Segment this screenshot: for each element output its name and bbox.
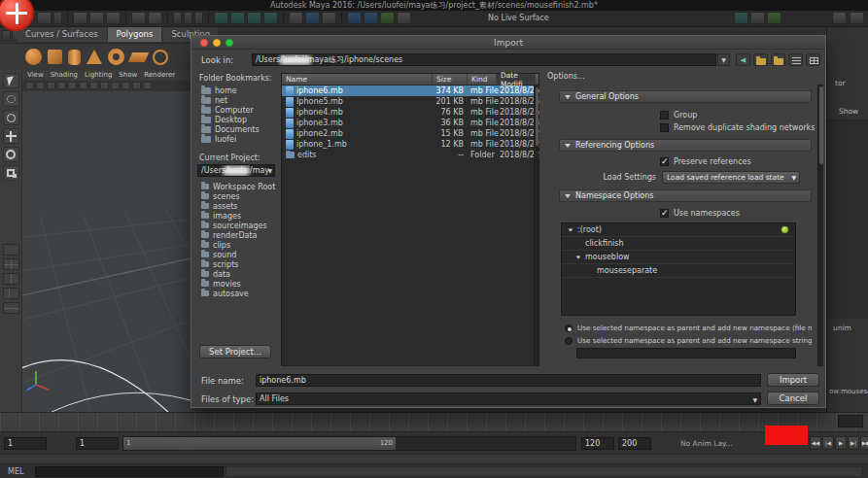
show-menu-fragment[interactable]: Show [839,107,858,116]
file-row-iphone4[interactable]: iphone4.mb 76 KB mb File 2018/8/25 [282,107,538,118]
referencing-options-section[interactable]: Referencing Options [559,139,812,152]
poly-cube-icon[interactable] [48,50,62,64]
list-view-icon[interactable] [788,53,803,66]
open-scene-icon[interactable] [89,12,104,24]
options-scrollbar[interactable] [817,85,823,366]
workspace-icon[interactable] [832,12,847,24]
bookmark-desktop[interactable]: Desktop [201,115,260,124]
scale-tool-icon[interactable] [3,165,19,181]
make-live-icon[interactable] [289,12,303,24]
snap-curve-icon[interactable] [230,12,245,24]
remove-duplicate-shading-checkbox[interactable] [660,123,669,132]
up-one-level-icon[interactable] [753,53,768,66]
shelf-menu-icon[interactable] [2,30,11,41]
details-view-icon[interactable] [806,53,820,66]
files-of-type-dropdown[interactable]: All Files ▼ [256,393,761,405]
namespace-root-row[interactable]: :(root) [562,223,795,237]
project-folder-clips[interactable]: clips [201,240,275,250]
bookmark-computer[interactable]: Computer [201,105,260,115]
namespace-from-file-radio[interactable] [565,324,573,332]
project-folder-sound[interactable]: sound [201,250,275,259]
paint-select-tool-icon[interactable] [3,110,19,125]
bookmark-documents[interactable]: Documents [201,124,260,134]
snap-point-icon[interactable] [247,12,261,24]
bookmark-luofei[interactable]: luofei [201,134,260,144]
lasso-tool-icon[interactable] [3,91,19,107]
step-back-button[interactable]: |◀ [822,436,834,450]
dialog-titlebar[interactable]: Import [191,36,825,50]
namespace-string-radio[interactable] [565,337,573,345]
minimize-button[interactable] [213,39,221,47]
no-live-surface-label[interactable]: No Live Surface [488,14,549,22]
snap-grid-icon[interactable] [214,12,228,24]
project-folder-workspace-root[interactable]: Workspace Root [201,182,275,191]
image-plane-icon[interactable] [47,82,55,89]
set-project-button[interactable]: Set Project... [199,345,271,358]
file-row-iphone1[interactable]: iphone_1.mb 12 KB mb File 2018/8/22 [282,139,538,150]
camera-icon[interactable] [25,82,34,89]
xgen-icon[interactable] [750,12,765,24]
bookmark-icon[interactable] [36,82,45,89]
editor-tab-fragment[interactable]: tor [835,79,846,87]
safe-action-icon[interactable] [111,82,120,89]
perspective-viewport[interactable]: View Shading Lighting Show Renderer [22,70,191,412]
shaded-icon[interactable] [143,82,152,89]
paint-effects-icon[interactable] [767,12,781,24]
shelf-tab-curves-surfaces[interactable]: Curves / Surfaces [17,27,108,42]
layout-single-pane-button[interactable] [3,244,19,256]
project-folder-sourceimages[interactable]: sourceimages [201,221,275,230]
file-list-scrollbar[interactable] [534,85,538,365]
back-icon[interactable]: ◀ [736,53,750,66]
select-tool-icon[interactable] [3,73,19,88]
gate-mask-icon[interactable] [89,82,98,89]
new-folder-icon[interactable] [771,53,785,66]
layout-four-pane-button[interactable] [3,258,19,270]
move-tool-icon[interactable] [3,128,19,144]
poly-plane-icon[interactable] [128,52,149,62]
ipr-render-icon[interactable] [380,12,395,24]
import-button[interactable]: Import [767,373,819,387]
file-row-edits[interactable]: edits -- Folder 2018/8/22 [282,150,538,160]
panel-menu-view[interactable]: View [27,71,44,81]
file-row-iphone5[interactable]: Iphone5.mb 201 KB mb File 2018/8/25 [282,96,538,107]
panel-menu-lighting[interactable]: Lighting [85,71,112,81]
render-view-icon[interactable] [347,12,362,24]
panel-menu-shading[interactable]: Shading [51,71,78,81]
project-folder-scripts[interactable]: scripts [201,259,275,269]
namespace-mouseblow-row[interactable]: mouseblow [562,251,795,264]
selection-mask-dropdown-icon[interactable] [53,12,62,24]
file-row-iphone6[interactable]: iphone6.mb 374 KB mb File 2018/8/25 [282,85,538,96]
new-scene-icon[interactable] [73,12,87,24]
namespace-mouseseparate-row[interactable]: mouseseparate [562,264,795,278]
grid-toggle-icon[interactable] [57,82,66,89]
render-settings-icon[interactable] [397,12,411,24]
bookmark-home[interactable]: home [201,85,260,95]
rotate-tool-icon[interactable] [3,147,19,162]
command-line-input[interactable] [35,466,224,477]
general-options-section[interactable]: General Options [559,90,812,103]
close-button[interactable] [200,39,208,47]
shelf-tab-polygons[interactable]: Polygons [108,27,163,42]
film-gate-icon[interactable] [68,82,77,89]
wireframe-icon[interactable] [132,82,141,89]
range-slider-bar[interactable]: 1 120 [123,437,397,450]
expand-arrow-icon[interactable] [569,228,573,231]
column-header-date-modified[interactable]: Date Modifi [497,74,536,85]
panel-menu-show[interactable]: Show [119,71,137,81]
poly-torus-icon[interactable] [108,49,124,65]
layout-hypershade-button[interactable] [3,302,19,314]
bookmark-net[interactable]: net [201,95,260,105]
look-in-field[interactable]: /Users/luofei/maya练习/iphone/scenes [252,53,716,66]
layout-two-pane-button[interactable] [3,273,19,285]
snap-plane-icon[interactable] [263,12,278,24]
field-chart-icon[interactable] [100,82,109,89]
undo-icon[interactable] [131,12,146,24]
namespace-options-section[interactable]: Namespace Options [559,189,812,202]
current-frame-field[interactable] [838,415,863,427]
column-header-name[interactable]: Name [282,74,433,85]
save-scene-icon[interactable] [106,12,121,24]
project-folder-assets[interactable]: assets [201,201,275,211]
open-editor-icon[interactable] [322,12,336,24]
namespace-string-input[interactable] [576,348,796,358]
file-name-input[interactable]: iphone6.mb [256,374,761,387]
